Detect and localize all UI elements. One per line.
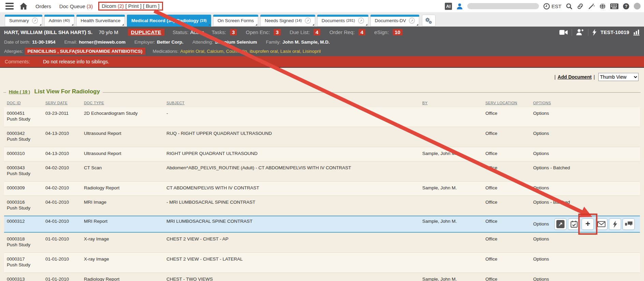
doc-id-link[interactable]: 0000309 — [7, 185, 40, 191]
options-link[interactable]: Options — [533, 185, 549, 190]
options-link[interactable]: Options - Batched — [533, 165, 570, 170]
push-study-link[interactable]: Push Study — [7, 262, 40, 268]
menu-icon[interactable] — [5, 3, 14, 10]
stat-count-badge[interactable]: 3 — [230, 29, 237, 35]
allergy-badge[interactable]: PENICILLINS , SULFA(SULFONAMIDE ANTIBIOT… — [25, 48, 145, 55]
table-row[interactable]: 0000317Push Study 01-01-2010 X-ray Image… — [4, 253, 640, 273]
dicom-group[interactable]: Dicom (2) [ Print ] [ Burn ] — [98, 2, 163, 11]
push-study-link[interactable]: Push Study — [7, 242, 40, 248]
tab-settings-button[interactable] — [422, 15, 436, 27]
comments-button[interactable] — [623, 218, 635, 230]
options-link[interactable]: Options — [533, 277, 549, 281]
wand-icon[interactable] — [588, 3, 595, 10]
avatar-placeholder[interactable] — [634, 3, 641, 10]
tab-needs-signed[interactable]: Needs Signed (14) ↗ — [260, 15, 315, 27]
user-icon[interactable] — [456, 3, 463, 10]
flowsheet-chart-icon[interactable] — [633, 29, 640, 35]
table-row[interactable]: 0000309 04-02-2010 Radiology Report CT A… — [4, 182, 640, 196]
doc-id-link[interactable]: 0000313 — [7, 276, 40, 281]
doc-id-link[interactable]: 0000310 — [7, 151, 40, 156]
home-icon[interactable] — [20, 3, 27, 10]
doc-id-link[interactable]: 0000317 — [7, 256, 40, 262]
table-row[interactable]: 0000451Push Study 03-23-2011 2D Echocard… — [4, 107, 640, 127]
table-row[interactable]: 0000342Push Study 04-13-2010 Ultrasound … — [4, 127, 640, 147]
tab-health-surveillance[interactable]: Health Surveillance — [76, 15, 125, 27]
push-study-link[interactable]: Push Study — [7, 136, 40, 142]
options-link[interactable]: Options — [533, 131, 549, 136]
open-document-button[interactable]: ↗ — [554, 218, 567, 230]
quick-action-button[interactable] — [609, 218, 621, 230]
email-button[interactable] — [595, 218, 608, 230]
tab-admin[interactable]: Admin (40) — [44, 15, 74, 27]
video-camera-icon[interactable] — [559, 30, 568, 35]
hide-list-link[interactable]: Hide ( 19 ) — [9, 89, 30, 94]
column-header[interactable]: OPTIONS — [530, 99, 640, 107]
plus-button[interactable]: + — [582, 218, 594, 230]
nav-orders[interactable]: Orders — [35, 3, 51, 9]
table-row[interactable]: 0000313 01-01-2010 Radiology Report CHES… — [4, 273, 640, 281]
options-link[interactable]: Options - Batched — [533, 200, 570, 205]
doc-id-link[interactable]: 0000451 — [7, 110, 40, 116]
tab-summary[interactable]: Summary ↗ — [5, 15, 42, 27]
ai-badge[interactable]: AI — [445, 3, 452, 10]
globe-icon[interactable] — [599, 3, 606, 10]
table-row[interactable]: 0000312 04-01-2010 MRI Report MRI LUMBOS… — [4, 216, 640, 232]
external-link-icon[interactable]: ↗ — [32, 18, 38, 24]
nav-doc-queue[interactable]: Doc Queue (3) — [59, 3, 93, 9]
duplicate-badge[interactable]: DUPLICATE — [128, 29, 164, 36]
dicom-print-button[interactable]: [ Print ] — [125, 3, 142, 9]
table-row[interactable]: 0000318Push Study 01-01-2010 X-ray Image… — [4, 232, 640, 253]
options-link[interactable]: Options — [533, 236, 549, 241]
tab-documents-dv[interactable]: Documents-DV ↗ — [370, 15, 420, 27]
doc-id-link[interactable]: 0000343 — [7, 165, 40, 171]
clock-icon[interactable] — [543, 3, 550, 10]
column-header[interactable]: SUBJECT — [164, 99, 420, 107]
options-link[interactable]: Options — [533, 151, 549, 156]
stat-count-badge[interactable]: 4 — [358, 29, 365, 35]
status-value: Active — [190, 29, 204, 35]
schedule-button[interactable] — [568, 218, 580, 230]
add-person-icon[interactable] — [576, 29, 584, 35]
tab-documents[interactable]: Documents (281) ↗ — [317, 15, 368, 27]
help-icon[interactable]: ? — [623, 3, 629, 10]
doc-type-cell: Ultrasound Report — [81, 147, 164, 161]
stat-count-badge[interactable]: 4 — [313, 29, 320, 35]
keyboard-icon[interactable] — [610, 3, 618, 9]
column-header[interactable]: DOC ID — [4, 99, 43, 107]
column-header[interactable]: SERV LOCATION — [483, 99, 530, 107]
link-icon[interactable] — [577, 3, 584, 10]
options-link[interactable]: Options — [533, 221, 549, 227]
push-study-link[interactable]: Push Study — [7, 116, 40, 122]
by-cell — [420, 107, 483, 127]
doc-id-link[interactable]: 0000342 — [7, 130, 40, 136]
external-link-icon[interactable]: ↗ — [305, 18, 311, 24]
dicom-burn-button[interactable]: [ Burn ] — [143, 3, 159, 9]
stat-count-badge[interactable]: 10 — [393, 29, 402, 35]
options-link[interactable]: Options — [533, 111, 549, 116]
document-toolbar: | Add Document | Thumb View — [0, 73, 644, 81]
serv-location-cell: Office — [483, 147, 530, 161]
stat-count-badge[interactable]: 3 — [274, 29, 280, 35]
push-study-link[interactable]: Push Study — [7, 205, 40, 211]
demographic-label: Date of birth: — [4, 40, 30, 45]
external-link-icon[interactable]: ↗ — [409, 18, 415, 24]
view-mode-select[interactable]: Thumb View — [598, 73, 639, 81]
table-row[interactable]: 0000316Push Study 04-01-2010 MRI Image -… — [4, 196, 640, 216]
medications-list[interactable]: Aspirin Oral, Calcium, Coumadin, ibuprof… — [180, 49, 321, 54]
push-study-link[interactable]: Push Study — [7, 171, 40, 176]
doc-id-link[interactable]: 0000312 — [7, 218, 40, 224]
bolt-icon[interactable] — [592, 29, 597, 36]
column-header[interactable]: SERV DATE — [43, 99, 81, 107]
external-link-icon[interactable]: ↗ — [358, 18, 364, 24]
column-header[interactable]: BY — [420, 99, 483, 107]
tab-on-screen-forms[interactable]: On Screen Forms — [213, 15, 259, 27]
tab-medical-record-34-radiology[interactable]: Medical Record (34):Radiology (19) — [127, 15, 211, 27]
options-link[interactable]: Options — [533, 256, 549, 262]
doc-id-link[interactable]: 0000316 — [7, 199, 40, 205]
table-row[interactable]: 0000343Push Study 04-02-2010 CT Scan Abd… — [4, 161, 640, 182]
column-header[interactable]: DOC TYPE — [81, 99, 164, 107]
table-row[interactable]: 0000310 04-13-2010 Ultrasound Report RIG… — [4, 147, 640, 161]
doc-id-link[interactable]: 0000318 — [7, 236, 40, 242]
search-icon[interactable] — [566, 3, 572, 10]
add-document-link[interactable]: Add Document — [558, 74, 592, 80]
